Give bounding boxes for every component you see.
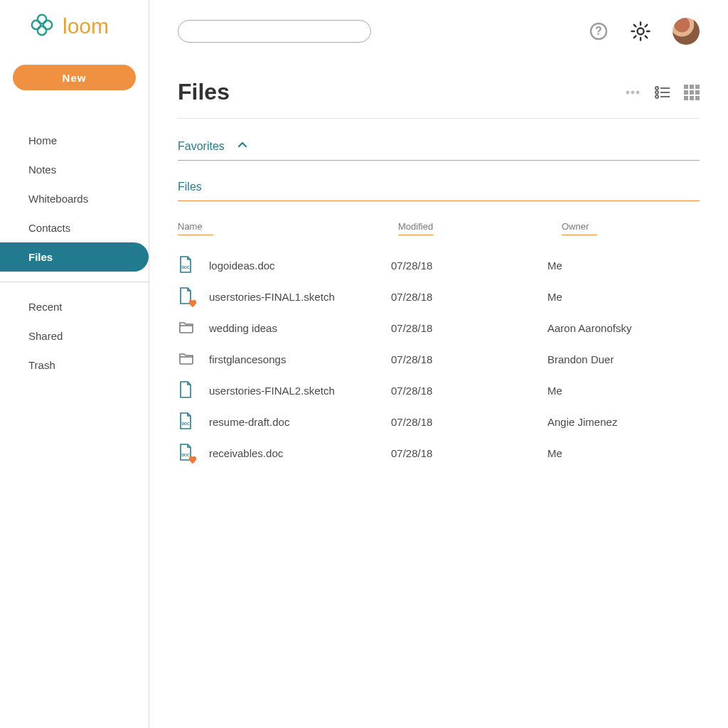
nav-item-files[interactable]: Files <box>0 242 149 272</box>
logo-icon <box>30 13 54 40</box>
topbar: ? <box>178 18 700 45</box>
main-content: ? Files <box>149 0 728 728</box>
nav-item-contacts[interactable]: Contacts <box>0 213 149 242</box>
file-owner: Angie Jimenez <box>547 416 700 428</box>
file-name: userstories-FINAL2.sketch <box>209 385 391 397</box>
divider <box>0 282 149 282</box>
file-name: receivables.doc <box>209 447 391 459</box>
more-icon[interactable] <box>624 84 641 101</box>
doc-icon: DOC <box>178 443 209 464</box>
favorites-section-header[interactable]: Favorites <box>178 140 700 161</box>
svg-point-2 <box>32 21 41 29</box>
file-name: logoideas.doc <box>209 259 391 272</box>
svg-point-22 <box>655 95 658 98</box>
nav-item-home[interactable]: Home <box>0 126 149 155</box>
grid-view-icon[interactable] <box>684 85 700 100</box>
file-owner: Me <box>547 259 700 272</box>
svg-rect-24 <box>684 85 688 89</box>
svg-point-6 <box>638 28 644 35</box>
svg-point-3 <box>43 21 52 29</box>
svg-line-14 <box>646 25 648 27</box>
new-button[interactable]: New <box>13 65 136 90</box>
file-modified: 07/28/18 <box>391 322 547 334</box>
nav-item-trash[interactable]: Trash <box>0 350 149 380</box>
file-modified: 07/28/18 <box>391 416 547 428</box>
folder-icon <box>178 350 209 369</box>
settings-icon[interactable] <box>630 21 651 42</box>
avatar[interactable] <box>673 18 700 45</box>
files-section-header[interactable]: Files <box>178 181 700 201</box>
files-label: Files <box>178 181 202 193</box>
file-name: userstories-FINAL1.sketch <box>209 291 391 303</box>
search-input[interactable] <box>178 20 371 43</box>
col-modified[interactable]: Modified <box>398 221 434 235</box>
svg-line-12 <box>646 36 648 38</box>
svg-rect-27 <box>684 90 688 95</box>
divider <box>178 118 700 119</box>
table-row[interactable]: userstories-FINAL1.sketch07/28/18Me <box>178 281 700 312</box>
file-modified: 07/28/18 <box>391 353 547 365</box>
page-title: Files <box>178 79 230 105</box>
svg-point-18 <box>655 87 658 90</box>
svg-text:DOC: DOC <box>181 265 190 269</box>
svg-rect-31 <box>690 96 694 100</box>
svg-rect-32 <box>695 96 700 100</box>
table-row[interactable]: wedding ideas07/28/18Aaron Aaronofsky <box>178 312 700 343</box>
svg-rect-29 <box>695 90 700 95</box>
file-list: DOClogoideas.doc07/28/18Meuserstories-FI… <box>178 250 700 469</box>
sidebar: loom New HomeNotesWhiteboardsContactsFil… <box>0 0 149 728</box>
doc-icon: DOC <box>178 412 209 432</box>
svg-rect-25 <box>690 85 694 89</box>
col-name[interactable]: Name <box>178 221 213 235</box>
svg-line-13 <box>634 36 636 38</box>
table-row[interactable]: DOCreceivables.doc07/28/18Me <box>178 437 700 469</box>
svg-point-17 <box>636 90 640 94</box>
column-headers: Name Modified Owner <box>178 221 700 235</box>
file-name: resume-draft.doc <box>209 416 391 428</box>
file-name: wedding ideas <box>209 322 391 334</box>
file-icon <box>178 287 209 307</box>
table-row[interactable]: DOClogoideas.doc07/28/18Me <box>178 250 700 281</box>
table-row[interactable]: firstglancesongs07/28/18Brandon Duer <box>178 343 700 375</box>
file-modified: 07/28/18 <box>391 385 547 397</box>
file-owner: Aaron Aaronofsky <box>547 322 700 334</box>
file-owner: Me <box>547 447 700 459</box>
file-owner: Me <box>547 291 700 303</box>
sidebar-nav-secondary: RecentSharedTrash <box>0 292 149 380</box>
doc-icon: DOC <box>178 255 209 276</box>
svg-point-15 <box>626 90 630 94</box>
svg-text:?: ? <box>595 25 602 37</box>
file-name: firstglancesongs <box>209 353 391 365</box>
logo-text: loom <box>63 14 109 38</box>
table-row[interactable]: userstories-FINAL2.sketch07/28/18Me <box>178 375 700 406</box>
svg-point-16 <box>631 90 635 94</box>
list-view-icon[interactable] <box>654 84 671 101</box>
favorites-label: Favorites <box>178 140 225 153</box>
nav-item-recent[interactable]: Recent <box>0 292 149 321</box>
svg-rect-30 <box>684 96 688 100</box>
file-icon <box>178 380 209 401</box>
file-owner: Brandon Duer <box>547 353 700 365</box>
help-icon[interactable]: ? <box>589 21 609 41</box>
svg-line-11 <box>634 25 636 27</box>
svg-rect-28 <box>690 90 694 95</box>
nav-item-whiteboards[interactable]: Whiteboards <box>0 184 149 213</box>
folder-icon <box>178 318 209 338</box>
sidebar-nav: HomeNotesWhiteboardsContactsFiles <box>0 126 149 272</box>
table-row[interactable]: DOCresume-draft.doc07/28/18Angie Jimenez <box>178 406 700 437</box>
file-modified: 07/28/18 <box>391 259 547 272</box>
file-owner: Me <box>547 385 700 397</box>
col-owner[interactable]: Owner <box>562 221 597 235</box>
nav-item-notes[interactable]: Notes <box>0 155 149 184</box>
svg-point-20 <box>655 91 658 94</box>
nav-item-shared[interactable]: Shared <box>0 321 149 350</box>
chevron-up-icon <box>237 140 247 153</box>
file-modified: 07/28/18 <box>391 291 547 303</box>
svg-text:DOC: DOC <box>181 422 190 426</box>
logo[interactable]: loom <box>0 13 149 40</box>
svg-rect-26 <box>695 85 700 89</box>
file-modified: 07/28/18 <box>391 447 547 459</box>
